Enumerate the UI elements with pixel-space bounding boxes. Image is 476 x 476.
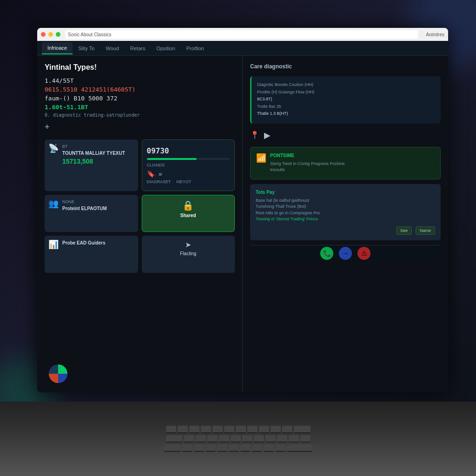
pin-icon[interactable]: 📍 (250, 131, 259, 139)
tab-retars[interactable]: Retars (125, 43, 151, 54)
tile-3-title: Proteint ELPAOTUM (62, 206, 133, 211)
keyboard-row-2 (166, 435, 311, 443)
plus-button[interactable]: + (45, 122, 50, 132)
tile-1-label: BT (62, 144, 133, 149)
pie-slice-green (58, 364, 67, 374)
key-8[interactable] (247, 426, 258, 433)
key-l[interactable] (275, 444, 285, 452)
meyot-label[interactable]: Meyot (177, 179, 192, 184)
pie-slice-red (49, 374, 58, 383)
key-10[interactable] (271, 426, 281, 433)
phone-status-circle[interactable]: 📞 (320, 247, 333, 260)
key-u[interactable] (254, 435, 264, 443)
tile-3-label: None (62, 199, 133, 204)
progress-bar (147, 158, 230, 160)
key-backspace[interactable] (294, 426, 311, 433)
tab-woud[interactable]: Woud (100, 43, 125, 54)
see-button[interactable]: See (396, 226, 412, 235)
forward-arrow-icon[interactable]: ▶ (264, 130, 271, 140)
key-k[interactable] (264, 444, 274, 452)
tools-line-3: Rest Atilo te go In Compregise Pro (256, 210, 435, 217)
back-icon[interactable]: « (159, 170, 162, 178)
tools-card-title: Tots Pay (256, 190, 435, 195)
flacting-label: Flacting (146, 251, 231, 256)
key-i[interactable] (265, 435, 276, 443)
tile-proteint[interactable]: 👥 None Proteint ELPAOTUM (45, 195, 138, 232)
diagnose-label[interactable]: Diagraset (147, 179, 171, 184)
chart-icon: 📊 (48, 239, 59, 250)
key-11[interactable] (282, 426, 292, 433)
key-bracket[interactable] (300, 435, 311, 443)
key-a[interactable] (182, 444, 192, 452)
tile-1-title: TOUNTTA MALLIAY TYEXUT (62, 151, 133, 156)
tab-opsition[interactable]: Opsition (151, 43, 180, 54)
key-h[interactable] (240, 444, 251, 452)
key-5[interactable] (212, 426, 223, 433)
key-tab[interactable] (166, 435, 183, 443)
key-g[interactable] (229, 444, 239, 452)
key-caps[interactable] (164, 444, 181, 452)
key-2[interactable] (178, 426, 188, 433)
tile-probe[interactable]: 📊 Probe EAD Guiders (45, 236, 138, 273)
bookmark-icon: 🔖 (147, 170, 155, 178)
tile-flacting[interactable]: ➤ Flacting (142, 236, 235, 273)
left-panel: Yintinal Types! 1.44/55T 0615.5510 42124… (37, 56, 243, 392)
browser-dot-minimize[interactable] (48, 32, 53, 37)
browser-bar: Sonic About Classics Animtres (37, 28, 448, 41)
tab-protfion[interactable]: Protfion (181, 43, 210, 54)
main-content: Yintinal Types! 1.44/55T 0615.5510 42124… (37, 56, 448, 392)
key-7[interactable] (236, 426, 246, 433)
key-y[interactable] (242, 435, 252, 443)
key-3[interactable] (189, 426, 199, 433)
key-r[interactable] (219, 435, 229, 443)
tile-1-value: 15713,508 (62, 158, 133, 165)
browser-dot-close[interactable] (41, 32, 46, 37)
key-w[interactable] (196, 435, 206, 443)
tile-2-content: Probe EAD Guiders (49, 240, 133, 245)
info-card-pontsime: 📶 PONTSIME Storig Twoit In Contig Pregne… (250, 147, 441, 179)
key-6[interactable] (224, 426, 234, 433)
info-card-title: PONTSIME (270, 153, 344, 158)
people-icon: 👥 (48, 198, 59, 209)
alert-status-circle[interactable]: ⚠ (357, 247, 370, 260)
right-panel-title: Care diagnostic (250, 63, 441, 70)
key-4[interactable] (201, 426, 211, 433)
pie-chart (46, 362, 70, 385)
diag-line-5: Thatle 1.3 B(HT) (257, 111, 435, 117)
key-j[interactable] (252, 444, 262, 452)
key-e[interactable] (207, 435, 218, 443)
nav-arrows: 📍 ▶ (250, 128, 441, 142)
key-f[interactable] (217, 444, 227, 452)
keyboard-row-1 (166, 426, 311, 433)
tools-card: Tots Pay Base hat (le oalbul gwithoust T… (250, 184, 441, 240)
browser-dot-maximize[interactable] (56, 32, 60, 37)
url-text: Sonic About Classics (68, 32, 111, 37)
data-line-3: faum-() B10 5000 372 (45, 95, 235, 102)
key-q[interactable] (184, 435, 194, 443)
progress-bar-fill (147, 158, 197, 160)
key-t[interactable] (231, 435, 241, 443)
tab-infrioace[interactable]: Infrioace (42, 42, 73, 54)
arrow-status-circle[interactable]: → (339, 247, 352, 260)
key-p[interactable] (289, 435, 299, 443)
key-d[interactable] (205, 444, 216, 452)
tile-center-number[interactable]: 09730 Cliands 🔖 « Diagraset Meyot (142, 139, 235, 191)
browser-url-bar[interactable]: Sonic About Classics (65, 30, 418, 39)
browser-tab-label: Animtres (426, 32, 444, 37)
tab-slity-to[interactable]: Slity To (73, 43, 100, 54)
diag-line-1: Diagrotic Booste Coution (HH) (257, 82, 435, 88)
key-o[interactable] (277, 435, 287, 443)
tiles-grid: 📡 BT TOUNTTA MALLIAY TYEXUT 15713,508 09… (45, 139, 235, 273)
key-9[interactable] (259, 426, 269, 433)
signal-icon: 📶 (256, 153, 266, 163)
arrow-right-icon: ➤ (146, 240, 231, 249)
key-1[interactable] (166, 426, 176, 433)
center-number: 09730 (147, 146, 230, 155)
tile-tountta[interactable]: 📡 BT TOUNTTA MALLIAY TYEXUT 15713,508 (45, 139, 138, 191)
name-button[interactable]: Name (416, 226, 435, 235)
key-enter[interactable] (287, 444, 312, 452)
nav-tabs: Infrioace Slity To Woud Retars Opsition … (37, 41, 448, 56)
tools-line-2: Tunshong Thail Trose (Bot) (256, 204, 435, 210)
tile-shared[interactable]: 🔒 Shared (142, 195, 235, 232)
key-s[interactable] (194, 444, 204, 452)
